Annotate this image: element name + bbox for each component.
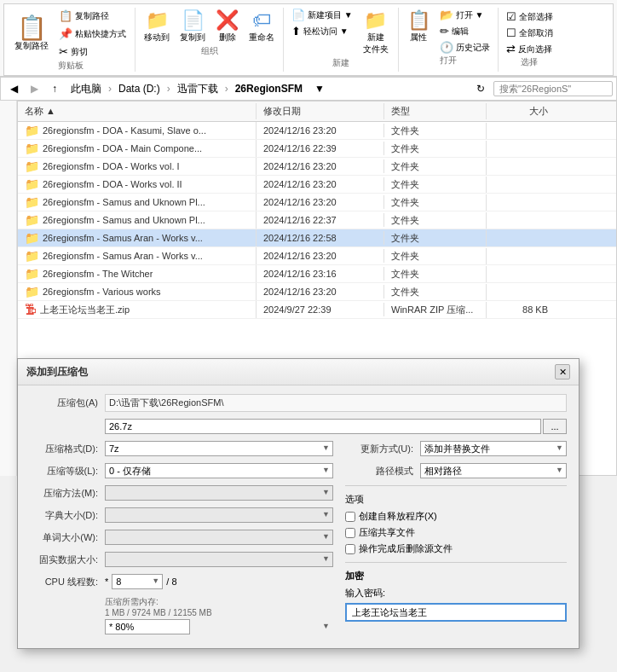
copy-to-button[interactable]: 📄 复制到 <box>176 8 209 45</box>
dict-select-wrapper <box>105 507 333 523</box>
checkbox-delete[interactable] <box>345 544 355 554</box>
easy-access-button[interactable]: ⬆ 轻松访问 ▼ <box>289 24 355 38</box>
rename-button[interactable]: 🏷 重命名 <box>245 8 278 45</box>
refresh-button[interactable]: ↻ <box>471 79 490 98</box>
delete-button[interactable]: ❌ 删除 <box>212 8 242 45</box>
file-name: 上老王论坛当老王.zip <box>40 304 130 316</box>
path-mode-label: 路径模式 <box>345 465 413 478</box>
search-input[interactable] <box>493 81 613 96</box>
browse-button[interactable]: ... <box>543 419 567 434</box>
file-type: 文件夹 <box>384 212 487 229</box>
archive-path-row: 压缩包(A) D:\迅雷下载\26RegionSFM\ <box>30 394 567 412</box>
col-header-size[interactable]: 大小 <box>487 103 555 119</box>
file-row[interactable]: 🗜 上老王论坛当老王.zip 2024/9/27 22:39 WinRAR ZI… <box>18 301 616 319</box>
folder-icon: 📁 <box>25 231 39 245</box>
move-to-button[interactable]: 📁 移动到 <box>141 8 173 45</box>
paste-shortcut-button[interactable]: 📌 粘贴快捷方式 <box>55 26 130 42</box>
file-row[interactable]: 📁 26regionsfm - Samus and Uknown Pl... 2… <box>18 194 616 211</box>
copy-path-button[interactable]: 📋 复制路径 <box>55 8 130 24</box>
checkbox-shared[interactable] <box>345 528 355 538</box>
file-row[interactable]: 📁 26regionsfm - DOA - Main Compone... 20… <box>18 140 616 158</box>
level-select[interactable]: 0 - 仅存储5 - 普通9 - 极限 <box>105 463 333 478</box>
open-button[interactable]: 📂 打开 ▼ <box>437 8 493 22</box>
checkbox-selfextract[interactable] <box>345 512 355 522</box>
folder-icon: 📁 <box>25 177 39 191</box>
file-type: 文件夹 <box>384 177 487 193</box>
dialog-title: 添加到压缩包 <box>26 365 88 379</box>
path-current[interactable]: 26RegionSFM <box>232 82 306 96</box>
file-type: 文件夹 <box>384 230 487 246</box>
update-row: 更新方式(U): 添加并替换文件 添加并更新文件 新鲜文件 <box>345 441 567 456</box>
file-row[interactable]: 📁 26regionsfm - DOA - Kasumi, Slave o...… <box>18 122 616 140</box>
cpu-row: CPU 线程数: * 8421 / 8 <box>30 574 333 589</box>
file-type: 文件夹 <box>384 284 487 300</box>
col-header-name[interactable]: 名称 ▲ <box>18 103 257 119</box>
select-all-button[interactable]: ☑ 全部选择 <box>504 9 556 24</box>
cpu-of-label: / 8 <box>166 576 176 587</box>
new-folder-button[interactable]: 📁 新建文件夹 <box>359 8 393 57</box>
file-row[interactable]: 📁 26regionsfm - DOA - Works vol. I 2024/… <box>18 158 616 176</box>
password-input[interactable] <box>345 603 567 622</box>
path-download[interactable]: 迅雷下载 <box>174 81 222 97</box>
file-date: 2024/9/27 22:39 <box>257 303 384 316</box>
file-row[interactable]: 📁 26regionsfm - DOA - Works vol. II 2024… <box>18 176 616 194</box>
file-row[interactable]: 📁 26regionsfm - The Witcher 2024/12/16 2… <box>18 265 616 283</box>
path-computer[interactable]: 此电脑 <box>67 81 105 97</box>
file-type: WinRAR ZIP 压缩... <box>384 302 487 318</box>
archive-name-input[interactable] <box>105 419 541 434</box>
dict-select[interactable] <box>105 507 333 523</box>
invert-select-button[interactable]: ⇄ 反向选择 <box>504 42 556 56</box>
new-item-button[interactable]: 📄 新建项目 ▼ <box>289 8 355 22</box>
file-row[interactable]: 📁 26regionsfm - Samus Aran - Works v... … <box>18 247 616 265</box>
path-mode-select[interactable]: 相对路径 绝对路径 无路径 <box>420 463 567 478</box>
file-name: 26regionsfm - Various works <box>43 287 161 297</box>
file-row[interactable]: 📁 26regionsfm - Various works 2024/12/16… <box>18 283 616 301</box>
folder-icon: 📁 <box>25 249 39 263</box>
sidebar <box>0 101 17 476</box>
format-select[interactable]: 7zziptar <box>105 441 333 456</box>
address-dropdown[interactable]: ▼ <box>311 83 328 95</box>
method-select-wrapper <box>105 485 333 501</box>
archive-name-input-group: ... <box>105 419 567 434</box>
edit-button[interactable]: ✏ 编辑 <box>437 24 493 38</box>
divider2 <box>345 562 567 563</box>
solid-select[interactable] <box>105 552 333 567</box>
cpu-select[interactable]: 8421 <box>112 574 163 589</box>
solid-select-wrapper <box>105 552 333 567</box>
paste-button[interactable]: 📋 复制路径 <box>11 14 52 54</box>
file-date: 2024/12/16 22:58 <box>257 231 384 245</box>
file-row[interactable]: 📁 26regionsfm - Samus and Uknown Pl... 2… <box>18 211 616 229</box>
history-button[interactable]: 🕐 历史记录 <box>437 40 493 55</box>
properties-button[interactable]: 📋 属性 <box>404 8 434 45</box>
file-size <box>487 272 555 275</box>
forward-button[interactable]: ▶ <box>25 79 43 98</box>
file-date: 2024/12/16 23:20 <box>257 285 384 298</box>
file-date: 2024/12/16 22:37 <box>257 213 384 227</box>
word-select-wrapper <box>105 530 333 545</box>
folder-icon: 📁 <box>25 267 39 281</box>
checkbox-shared-row: 压缩共享文件 <box>345 526 567 539</box>
encrypt-section: 加密 输入密码: <box>345 570 567 622</box>
path-drive[interactable]: Data (D:) <box>115 82 164 96</box>
checkbox-delete-row: 操作完成后删除源文件 <box>345 542 567 555</box>
up-button[interactable]: ↑ <box>45 79 64 98</box>
update-select[interactable]: 添加并替换文件 添加并更新文件 新鲜文件 <box>420 441 567 456</box>
folder-icon: 📁 <box>25 159 39 173</box>
file-size <box>487 165 555 168</box>
file-date: 2024/12/16 23:16 <box>257 267 384 281</box>
encrypt-label: 加密 <box>345 570 567 582</box>
file-date: 2024/12/16 23:20 <box>257 124 384 137</box>
file-date: 2024/12/16 23:20 <box>257 195 384 209</box>
zip-icon: 🗜 <box>25 303 37 316</box>
col-header-date[interactable]: 修改日期 <box>257 103 384 119</box>
folder-icon: 📁 <box>25 142 39 155</box>
dialog-close-button[interactable]: ✕ <box>555 364 570 379</box>
back-button[interactable]: ◀ <box>4 79 23 98</box>
method-select[interactable] <box>105 485 333 501</box>
file-row[interactable]: 📁 26regionsfm - Samus Aran - Works v... … <box>18 229 616 247</box>
word-select[interactable] <box>105 530 333 545</box>
col-header-type[interactable]: 类型 <box>384 103 487 119</box>
cut-button[interactable]: ✂ 剪切 <box>55 43 130 60</box>
deselect-all-button[interactable]: ☐ 全部取消 <box>504 26 556 40</box>
memory-select[interactable]: * 80%50%100% <box>105 619 190 634</box>
